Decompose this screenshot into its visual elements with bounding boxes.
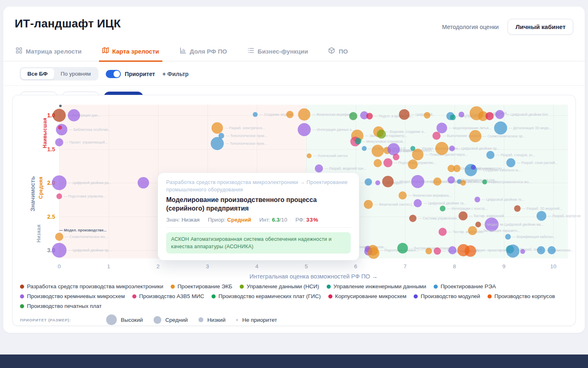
- chart-bubble[interactable]: [399, 109, 410, 120]
- legend-label: Управление данными (НСИ): [247, 283, 319, 289]
- chart-bubble[interactable]: [52, 175, 67, 190]
- chart-bubble[interactable]: [383, 158, 392, 167]
- tooltip-breadcrumb: Разработка средств производства микроэле…: [166, 179, 351, 193]
- chart-bubble[interactable]: [55, 138, 63, 146]
- tab-матрица-зрелости[interactable]: Матрица зрелости: [15, 45, 82, 61]
- legend-item: Производство керамических плат (ГИС): [212, 293, 321, 299]
- y-band-label: Средняя: [38, 177, 44, 199]
- size-label: Средний: [165, 317, 188, 323]
- legend-label: Проектирование ЭКБ: [178, 283, 232, 289]
- priority-toggle[interactable]: Приоритет: [106, 70, 155, 78]
- chart-bubble[interactable]: [506, 245, 519, 258]
- chart-bubble[interactable]: [411, 175, 424, 188]
- chart-bubble[interactable]: [505, 234, 511, 240]
- chart-bubble[interactable]: [449, 146, 455, 151]
- legend-item: Производство печатных плат: [20, 303, 102, 309]
- cube-icon: [328, 47, 335, 55]
- chart-bubble[interactable]: [460, 180, 466, 186]
- x-tick-label: 0: [58, 263, 61, 269]
- chart-bubble[interactable]: [355, 138, 361, 144]
- chart-bubble[interactable]: [138, 177, 149, 188]
- chart-bubble[interactable]: [366, 113, 373, 119]
- series-legend: Разработка средств производства микроэле…: [20, 283, 570, 309]
- chart-bubble[interactable]: [435, 142, 448, 155]
- bar-chart-icon: [180, 47, 187, 55]
- chart-bubble[interactable]: [298, 123, 311, 136]
- chart-bubble[interactable]: [506, 158, 515, 167]
- chart-bubble[interactable]: [53, 109, 66, 122]
- segment-active[interactable]: Все БФ: [21, 68, 54, 79]
- chart-bubble[interactable]: [486, 112, 494, 120]
- selected-chart-bubble[interactable]: [59, 105, 62, 107]
- x-tick-label: 3: [206, 263, 209, 269]
- tab-по[interactable]: ПО: [327, 45, 348, 61]
- x-tick-label: 7: [403, 263, 407, 269]
- chart-bubble[interactable]: [514, 205, 521, 212]
- chart-bubble[interactable]: [469, 130, 481, 142]
- methodology-link[interactable]: Методология оценки: [442, 24, 499, 30]
- legend-label: Производство корпусов: [494, 293, 555, 299]
- legend-item: Производство A3B5 МИС: [132, 293, 204, 299]
- chart-bubble[interactable]: [397, 243, 408, 254]
- size-dot: [154, 316, 161, 324]
- size-legend-item: Высокий: [106, 314, 143, 325]
- chart-bubble[interactable]: [362, 146, 367, 151]
- chart-bubble[interactable]: [471, 165, 476, 170]
- chart-bubble[interactable]: [468, 226, 477, 235]
- gridline-v: [553, 105, 554, 258]
- chart-bubble[interactable]: [56, 124, 67, 135]
- legend-color-dot: [240, 285, 244, 289]
- chart-bubble[interactable]: [485, 218, 499, 231]
- chart-bubble[interactable]: [474, 197, 480, 202]
- toggle-switch[interactable]: [106, 70, 121, 78]
- tooltip-product-badge: АСКОН Автоматизированная система обеспеч…: [166, 232, 351, 254]
- segment-option[interactable]: По уровням: [54, 68, 98, 79]
- legend-color-dot: [434, 285, 438, 289]
- x-tick-label: 5: [305, 263, 308, 269]
- chart-bubble[interactable]: [414, 199, 422, 207]
- chart-bubble[interactable]: [55, 233, 63, 241]
- account-button[interactable]: Личный кабинет: [508, 19, 573, 35]
- chart-bubble[interactable]: [377, 130, 386, 139]
- chart-bubble[interactable]: [382, 176, 394, 187]
- chart-bubble[interactable]: [465, 245, 476, 257]
- size-legend-item: Не приоритет: [236, 317, 277, 323]
- toggle-knob: [114, 71, 120, 77]
- chart-bubble[interactable]: [425, 248, 432, 254]
- tab-label: Доля РФ ПО: [190, 48, 227, 55]
- integral-score-value: 6.3: [272, 217, 280, 223]
- grid-icon: [16, 47, 22, 55]
- chart-bubble[interactable]: [432, 132, 441, 140]
- chart-bubble[interactable]: [440, 206, 445, 211]
- tab-бизнес-функции[interactable]: Бизнес-функции: [247, 45, 309, 61]
- legend-label: Производство A3B5 МИС: [139, 293, 204, 299]
- priority-value: Средний: [227, 217, 251, 223]
- chart-bubble[interactable]: [349, 112, 357, 120]
- tab-доля-рф-по[interactable]: Доля РФ ПО: [179, 45, 228, 61]
- legend-label: Проектирование РЭА: [441, 283, 496, 289]
- chart-bubble[interactable]: [52, 243, 67, 258]
- x-tick-label: 8: [453, 263, 456, 269]
- size-legend: ПРИОРИТЕТ (РАЗМЕР): ВысокийСреднийНизкий…: [20, 314, 277, 325]
- chart-bubble[interactable]: [494, 121, 507, 135]
- chart-bubble[interactable]: [434, 247, 441, 255]
- chart-bubble[interactable]: [537, 246, 545, 254]
- legend-label: Управление инженерными данными: [334, 283, 426, 289]
- chart-bubble[interactable]: [368, 247, 379, 259]
- size-dot: [236, 319, 238, 321]
- add-filter-button[interactable]: + Фильтр: [163, 71, 189, 77]
- chart-bubble[interactable]: [433, 177, 441, 186]
- legend-color-dot: [171, 285, 175, 289]
- legend-label: Корпусирование микросхем: [335, 293, 407, 299]
- chart-bubble[interactable]: [412, 149, 423, 160]
- priority-toggle-label: Приоритет: [125, 71, 155, 77]
- chart-bubble[interactable]: [537, 211, 546, 221]
- chart-bubble[interactable]: [56, 193, 62, 199]
- legend-item: Производство кремниевых микросхем: [20, 293, 125, 299]
- bubble-tooltip: Разработка средств производства микроэле…: [158, 173, 359, 260]
- chart-bubble[interactable]: [459, 211, 468, 220]
- tab-карта-зрелости[interactable]: Карта зрелости: [101, 45, 160, 61]
- chart-bubble[interactable]: [448, 176, 455, 184]
- legend-label: Разработка средств производства микроэле…: [27, 283, 163, 289]
- chart-bubble[interactable]: [388, 143, 400, 155]
